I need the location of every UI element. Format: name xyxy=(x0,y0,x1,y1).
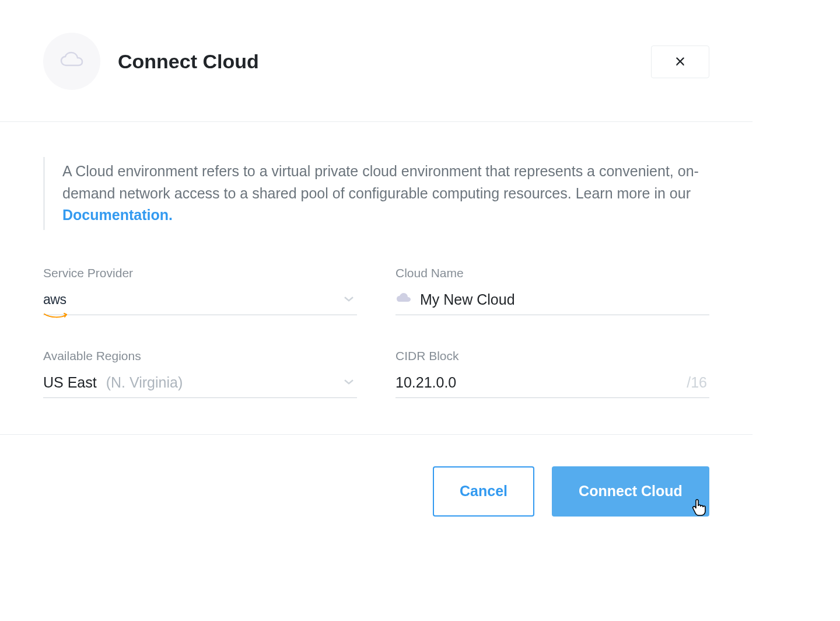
available-regions-select[interactable]: US East (N. Virginia) xyxy=(43,370,357,398)
cidr-suffix: /16 xyxy=(687,374,707,391)
aws-logo: aws xyxy=(43,292,66,308)
documentation-link[interactable]: Documentation. xyxy=(62,207,173,223)
available-regions-field: Available Regions US East (N. Virginia) xyxy=(43,349,357,398)
cidr-input-wrapper: /16 xyxy=(396,370,709,398)
form-grid: Service Provider aws Cloud Name xyxy=(43,266,709,398)
dialog-body: A Cloud environment refers to a virtual … xyxy=(0,122,752,435)
cursor-pointer-icon xyxy=(691,499,707,519)
connect-cloud-dialog: Connect Cloud A Cloud environment refers… xyxy=(0,0,752,548)
aws-swoosh-icon xyxy=(43,306,69,312)
header-icon-circle xyxy=(43,33,100,90)
cloud-icon xyxy=(60,51,84,71)
cloud-name-input-wrapper xyxy=(396,287,709,315)
service-provider-select[interactable]: aws xyxy=(43,287,357,315)
cloud-name-label: Cloud Name xyxy=(396,266,709,280)
cloud-small-icon xyxy=(396,292,412,306)
aws-logo-text: aws xyxy=(43,292,66,307)
chevron-down-icon xyxy=(343,294,355,305)
cidr-block-field: CIDR Block /16 xyxy=(396,349,709,398)
info-text: A Cloud environment refers to a virtual … xyxy=(62,163,699,201)
close-button[interactable] xyxy=(651,46,709,78)
dialog-header: Connect Cloud xyxy=(0,0,752,122)
cidr-block-label: CIDR Block xyxy=(396,349,709,363)
region-value: US East xyxy=(43,374,97,391)
cidr-input[interactable] xyxy=(396,374,687,391)
cloud-name-field: Cloud Name xyxy=(396,266,709,315)
dialog-title: Connect Cloud xyxy=(118,50,259,73)
service-provider-field: Service Provider aws xyxy=(43,266,357,315)
close-icon xyxy=(674,55,687,69)
info-box: A Cloud environment refers to a virtual … xyxy=(43,157,709,230)
service-provider-label: Service Provider xyxy=(43,266,357,280)
connect-cloud-button[interactable]: Connect Cloud xyxy=(552,466,709,517)
available-regions-label: Available Regions xyxy=(43,349,357,363)
chevron-down-icon xyxy=(343,377,355,388)
cloud-name-input[interactable] xyxy=(420,291,604,308)
region-detail: (N. Virginia) xyxy=(106,374,183,391)
cancel-button[interactable]: Cancel xyxy=(433,466,534,517)
dialog-footer: Cancel Connect Cloud xyxy=(0,435,752,548)
